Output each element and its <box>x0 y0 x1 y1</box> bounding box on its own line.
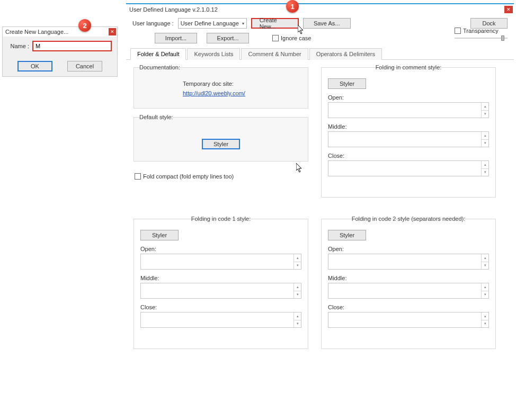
main-title: User Defined Language v.2.1.0.12 <box>127 6 504 13</box>
spin-up-icon[interactable]: ▴ <box>481 161 488 169</box>
user-language-label: User language : <box>132 20 174 26</box>
tab-folder-default[interactable]: Folder & Default <box>130 48 186 60</box>
close-icon[interactable]: ✕ <box>109 28 116 35</box>
spin-down-icon[interactable]: ▾ <box>481 140 488 147</box>
folding-comment-close-input[interactable]: ▴▾ <box>328 160 489 176</box>
transparency-group: Transparency <box>455 28 508 40</box>
spin-down-icon[interactable]: ▾ <box>481 320 488 328</box>
folding-code2-group: Folding in code 2 style (separators need… <box>321 219 496 349</box>
group-title: Default style: <box>134 114 308 120</box>
transparency-label: Transparency <box>463 28 499 34</box>
folding-code1-open-input[interactable]: ▴▾ <box>140 254 301 270</box>
folding-code1-middle-input[interactable]: ▴▾ <box>140 283 301 299</box>
left-column: Documentation: Temporary doc site: http:… <box>134 67 308 206</box>
spin-up-icon[interactable]: ▴ <box>293 312 301 320</box>
create-language-dialog: Create New Language... ✕ Name : OK Cance… <box>2 26 118 77</box>
tab-comment-number[interactable]: Comment & Number <box>241 48 308 60</box>
main-titlebar: User Defined Language v.2.1.0.12 ✕ <box>126 4 514 15</box>
spin-down-icon[interactable]: ▾ <box>293 291 301 299</box>
import-button[interactable]: Import... <box>155 33 197 43</box>
callout-1: 1 <box>286 0 299 13</box>
default-style-group: Default style: Styler <box>134 117 308 162</box>
temp-doc-label: Temporary doc site: <box>183 81 301 87</box>
dock-button[interactable]: Dock <box>470 18 508 29</box>
ok-button[interactable]: OK <box>17 61 52 72</box>
folding-code2-middle-input[interactable]: ▴▾ <box>328 283 489 299</box>
tab-strip: Folder & Default Keywords Lists Comment … <box>126 48 514 60</box>
save-as-button[interactable]: Save As... <box>303 18 351 29</box>
callout-2: 2 <box>78 19 91 32</box>
close-label: Close: <box>140 304 301 310</box>
checkbox-icon <box>455 28 461 34</box>
export-button[interactable]: Export... <box>207 33 249 43</box>
tab-keywords[interactable]: Keywords Lists <box>187 48 240 60</box>
folding-code1-styler-button[interactable]: Styler <box>140 230 179 240</box>
open-label: Open: <box>328 94 489 101</box>
tab-content: Documentation: Temporary doc site: http:… <box>126 60 514 365</box>
ignore-case-label: Ignore case <box>281 35 311 41</box>
user-language-combo[interactable]: User Define Language ▾ <box>178 18 247 29</box>
folding-code2-open-input[interactable]: ▴▾ <box>328 254 489 270</box>
spin-down-icon[interactable]: ▾ <box>293 320 301 328</box>
close-label: Close: <box>328 153 489 159</box>
folding-comment-middle-input[interactable]: ▴▾ <box>328 131 489 147</box>
folding-code1-group: Folding in code 1 style: Styler Open: ▴▾… <box>134 219 308 349</box>
close-label: Close: <box>328 304 489 310</box>
name-label: Name : <box>8 43 32 49</box>
spin-down-icon[interactable]: ▾ <box>481 111 488 118</box>
folding-comment-group: Folding in comment style: Styler Open: ▴… <box>321 67 496 198</box>
transparency-checkbox[interactable]: Transparency <box>455 28 508 34</box>
left-column-bottom: Folding in code 1 style: Styler Open: ▴▾… <box>134 219 308 358</box>
close-icon[interactable]: ✕ <box>504 6 513 13</box>
open-label: Open: <box>140 246 301 252</box>
fold-compact-checkbox[interactable]: Fold compact (fold empty lines too) <box>135 173 308 180</box>
spin-down-icon[interactable]: ▾ <box>293 262 301 270</box>
spin-up-icon[interactable]: ▴ <box>481 103 488 111</box>
udl-main-window: User Defined Language v.2.1.0.12 ✕ User … <box>126 3 514 418</box>
ignore-case-checkbox[interactable]: Ignore case <box>272 35 311 41</box>
middle-label: Middle: <box>328 275 489 281</box>
folding-code2-styler-button[interactable]: Styler <box>328 230 366 240</box>
name-row: Name : <box>3 41 117 51</box>
spin-up-icon[interactable]: ▴ <box>293 254 301 262</box>
middle-label: Middle: <box>328 123 489 130</box>
doc-url-link[interactable]: http://udl20.weebly.com/ <box>183 90 301 96</box>
spin-down-icon[interactable]: ▾ <box>481 169 488 176</box>
tab-operators-delimiters[interactable]: Operators & Delimiters <box>309 48 382 60</box>
checkbox-icon <box>135 173 141 180</box>
fold-compact-label: Fold compact (fold empty lines too) <box>143 173 234 180</box>
right-column-bottom: Folding in code 2 style (separators need… <box>321 219 496 358</box>
spin-up-icon[interactable]: ▴ <box>293 283 301 291</box>
group-title: Documentation: <box>134 64 308 70</box>
spin-up-icon[interactable]: ▴ <box>481 132 488 140</box>
spin-up-icon[interactable]: ▴ <box>481 312 488 320</box>
dialog-buttons: OK Cancel <box>3 61 117 72</box>
dialog-titlebar: Create New Language... ✕ <box>3 27 117 37</box>
open-label: Open: <box>328 246 489 252</box>
group-title: Folding in code 1 style: <box>134 216 308 222</box>
checkbox-icon <box>272 35 279 41</box>
spin-down-icon[interactable]: ▾ <box>481 262 488 270</box>
group-title: Folding in code 2 style (separators need… <box>322 216 495 222</box>
cancel-button[interactable]: Cancel <box>67 61 102 72</box>
group-title: Folding in comment style: <box>322 64 495 70</box>
folding-comment-open-input[interactable]: ▴▾ <box>328 102 489 118</box>
folding-comment-styler-button[interactable]: Styler <box>328 78 366 89</box>
combo-value: User Define Language <box>181 20 239 26</box>
transparency-slider[interactable] <box>455 36 508 40</box>
folding-code2-close-input[interactable]: ▴▾ <box>328 312 489 328</box>
slider-thumb-icon <box>501 35 504 41</box>
spin-down-icon[interactable]: ▾ <box>481 291 488 299</box>
dialog-title: Create New Language... <box>4 29 109 35</box>
chevron-down-icon: ▾ <box>242 21 244 26</box>
spin-up-icon[interactable]: ▴ <box>481 283 488 291</box>
folding-code1-close-input[interactable]: ▴▾ <box>140 312 301 328</box>
name-input[interactable] <box>32 41 112 51</box>
create-new-button[interactable]: Create New... <box>251 18 299 29</box>
default-styler-button[interactable]: Styler <box>202 139 240 149</box>
documentation-group: Documentation: Temporary doc site: http:… <box>134 67 308 109</box>
middle-label: Middle: <box>140 275 301 281</box>
right-column: Folding in comment style: Styler Open: ▴… <box>321 67 496 206</box>
spin-up-icon[interactable]: ▴ <box>481 254 488 262</box>
